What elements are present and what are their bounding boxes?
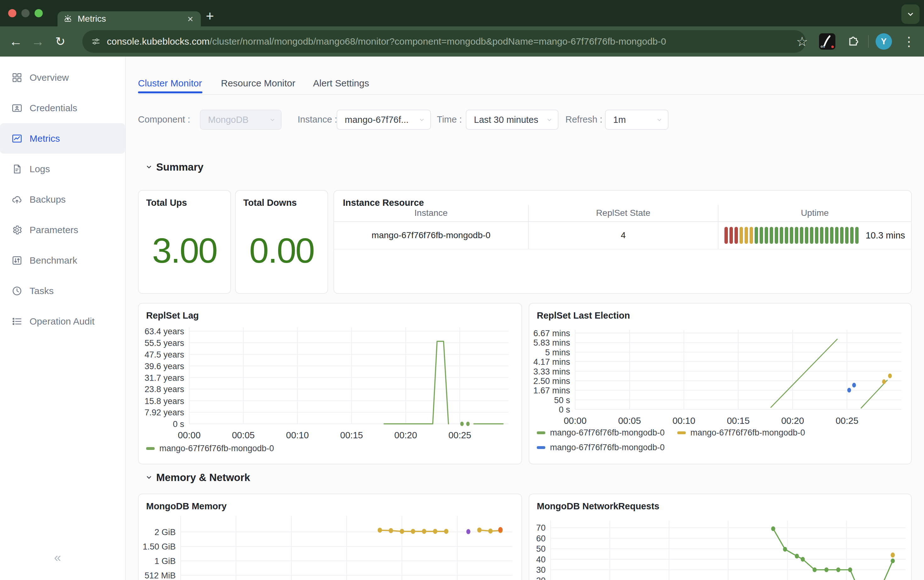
mongodb-network-requests-chart[interactable]: 706050403020: [532, 513, 909, 580]
tab-close-icon[interactable]: ×: [187, 14, 193, 24]
url-domain: console.kubeblocks.com: [107, 36, 210, 46]
svg-text:00:05: 00:05: [618, 416, 641, 426]
uptime-segment-yellow: [739, 227, 743, 244]
chevron-down-icon: [546, 116, 553, 123]
time-select[interactable]: Last 30 minutes: [466, 110, 558, 130]
sidebar-item-credentials[interactable]: Credentials: [0, 93, 125, 123]
tab-search-chevron-button[interactable]: [901, 4, 920, 24]
mongodb-network-requests-title: MongoDB NetworkRequests: [537, 501, 659, 511]
toolbar-separator: [868, 35, 869, 48]
svg-text:50: 50: [536, 544, 546, 554]
sidebar-item-metrics[interactable]: Metrics: [0, 123, 125, 154]
close-window-button[interactable]: [8, 9, 16, 17]
document-icon: [11, 163, 23, 175]
refresh-select[interactable]: 1m: [605, 110, 668, 130]
tab-resource-monitor[interactable]: Resource Monitor: [221, 78, 295, 89]
replset-lag-chart[interactable]: 00:0000:0500:1000:1500:2000:2563.4 years…: [142, 320, 515, 443]
sliders-icon: [11, 255, 23, 266]
svg-text:0 s: 0 s: [559, 405, 570, 414]
new-tab-button[interactable]: +: [206, 8, 214, 24]
instance-label: Instance :: [298, 114, 337, 125]
translate-extension-icon[interactable]: en: [819, 33, 835, 49]
back-button[interactable]: ←: [6, 26, 25, 56]
sidebar-item-operation-audit[interactable]: Operation Audit: [0, 306, 125, 336]
uptime-segment-green: [780, 227, 783, 244]
browser-tab[interactable]: Metrics ×: [58, 11, 201, 26]
column-header-uptime: Uptime: [718, 205, 911, 221]
uptime-bar: [724, 227, 859, 244]
svg-text:00:20: 00:20: [781, 416, 804, 426]
total-ups-value: 3.00: [139, 230, 230, 271]
summary-collapse-icon[interactable]: [145, 163, 153, 171]
sidebar-item-label: Benchmark: [30, 255, 77, 266]
reload-button[interactable]: ↻: [51, 26, 70, 56]
tabs-divider: [138, 94, 924, 95]
component-select[interactable]: MongoDB: [200, 110, 282, 130]
translate-dot: [831, 46, 834, 48]
uptime-segment-red: [724, 227, 728, 244]
uptime-segment-red: [729, 227, 733, 244]
chevron-down-icon: [418, 116, 425, 123]
instance-resource-card: Instance Resource Instance ReplSet State…: [333, 190, 912, 294]
legend-label: mango-67f76f76fb-mongodb-0: [159, 444, 274, 453]
sidebar-collapse-icon[interactable]: «: [54, 550, 61, 565]
uptime-segment-yellow: [749, 227, 753, 244]
svg-text:31.7 years: 31.7 years: [145, 373, 184, 383]
refresh-select-value: 1m: [613, 115, 626, 125]
uptime-segment-green: [850, 227, 854, 244]
legend-item[interactable]: mango-67f76f76fb-mongodb-0: [537, 428, 665, 438]
uptime-segment-green: [825, 227, 828, 244]
instance-select[interactable]: mango-67f76f...: [337, 110, 431, 130]
svg-text:63.4 years: 63.4 years: [145, 327, 184, 336]
sidebar-item-label: Metrics: [30, 133, 60, 144]
browser-window: Metrics × + ← → ↻ console.kubeblocks.com…: [0, 0, 924, 580]
svg-text:00:15: 00:15: [727, 416, 750, 426]
total-ups-title: Total Ups: [146, 198, 187, 208]
uptime-segment-green: [845, 227, 848, 244]
svg-text:40: 40: [536, 555, 546, 564]
site-info-icon[interactable]: [91, 37, 101, 46]
bookmark-star-icon[interactable]: ☆: [793, 26, 812, 56]
profile-avatar[interactable]: Y: [876, 33, 892, 49]
legend-item[interactable]: mango-67f76f76fb-mongodb-0: [677, 428, 805, 438]
active-tab-underline: [138, 91, 202, 93]
forward-button[interactable]: →: [28, 26, 47, 56]
sidebar-item-benchmark[interactable]: Benchmark: [0, 245, 125, 275]
address-bar[interactable]: console.kubeblocks.com/cluster/normal/mo…: [82, 30, 806, 53]
total-downs-value: 0.00: [236, 230, 327, 271]
clock-icon: [11, 285, 23, 297]
minimize-window-button[interactable]: [21, 9, 30, 17]
column-header-instance: Instance: [334, 205, 528, 221]
svg-text:1.50 GiB: 1.50 GiB: [143, 542, 176, 551]
uptime-segment-green: [790, 227, 793, 244]
legend-item[interactable]: mango-67f76f76fb-mongodb-0: [146, 444, 274, 453]
uptime-segment-green: [800, 227, 803, 244]
memory-network-collapse-icon[interactable]: [145, 473, 153, 481]
sidebar-item-logs[interactable]: Logs: [0, 154, 125, 184]
replset-lag-legend: mango-67f76f76fb-mongodb-0: [146, 444, 514, 453]
sidebar-item-label: Operation Audit: [30, 316, 95, 327]
translate-en-label: en: [821, 44, 825, 49]
mongodb-memory-chart[interactable]: 2 GiB1.50 GiB1 GiB512 MiB: [139, 513, 516, 580]
uptime-segment-green: [815, 227, 818, 244]
svg-text:20: 20: [536, 576, 546, 580]
replset-lag-card: ReplSet Lag 00:0000:0500:1000:1500:2000:…: [138, 303, 522, 465]
extensions-puzzle-icon[interactable]: [846, 34, 861, 49]
svg-text:00:00: 00:00: [178, 430, 201, 440]
svg-text:00:25: 00:25: [449, 430, 472, 440]
legend-label: mango-67f76f76fb-mongodb-0: [550, 428, 665, 438]
tab-alert-settings[interactable]: Alert Settings: [313, 78, 369, 89]
legend-item[interactable]: mango-67f76f76fb-mongodb-0: [537, 443, 665, 452]
sidebar-item-backups[interactable]: Backups: [0, 184, 125, 214]
uptime-segment-green: [755, 227, 758, 244]
svg-text:23.8 years: 23.8 years: [145, 385, 184, 394]
tab-cluster-monitor[interactable]: Cluster Monitor: [138, 78, 202, 89]
replset-last-election-chart[interactable]: 00:0000:0500:1000:1500:2000:256.67 mins5…: [532, 320, 909, 443]
table-row: mango-67f76f76fb-mongodb-0 4 10.3 mins: [334, 222, 911, 249]
maximize-window-button[interactable]: [35, 9, 43, 17]
browser-menu-icon[interactable]: ⋮: [899, 26, 918, 56]
sidebar-item-tasks[interactable]: Tasks: [0, 275, 125, 306]
instance-select-value: mango-67f76f...: [345, 115, 409, 125]
sidebar-item-overview[interactable]: Overview: [0, 62, 125, 93]
sidebar-item-parameters[interactable]: Parameters: [0, 214, 125, 245]
